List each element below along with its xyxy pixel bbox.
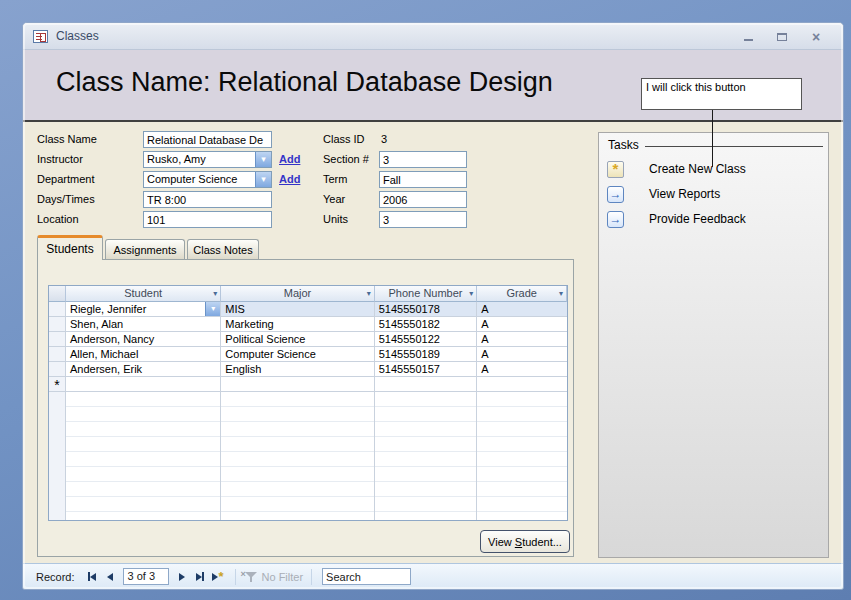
column-header-phone[interactable]: Phone Number▾	[375, 286, 478, 302]
new-record-row: *	[49, 377, 567, 392]
grade-cell[interactable]: A	[477, 317, 567, 332]
row-selector[interactable]	[49, 362, 66, 377]
major-cell[interactable]: Political Science	[221, 332, 374, 347]
annotation-note: I will click this button	[641, 78, 802, 110]
task-label: View Reports	[649, 187, 720, 201]
provide-feedback-button[interactable]: → Provide Feedback	[607, 209, 822, 229]
term-label: Term	[323, 171, 347, 188]
sort-dropdown-icon[interactable]: ▾	[213, 286, 217, 301]
annotation-pointer-line	[712, 110, 713, 167]
section-input[interactable]	[379, 151, 467, 168]
next-record-button[interactable]	[173, 568, 191, 586]
record-count-box[interactable]: 3 of 3	[123, 568, 169, 585]
grade-cell[interactable]: A	[477, 332, 567, 347]
sort-dropdown-icon[interactable]: ▾	[469, 286, 473, 301]
page-title: Class Name: Relational Database Design	[56, 67, 553, 98]
task-label: Provide Feedback	[649, 212, 746, 226]
sort-dropdown-icon[interactable]: ▾	[367, 286, 371, 301]
department-combobox[interactable]: Computer Science ▾	[143, 171, 272, 188]
phone-cell-empty[interactable]	[375, 377, 478, 392]
tab-class-notes[interactable]: Class Notes	[187, 239, 259, 260]
department-dropdown-icon[interactable]: ▾	[255, 172, 271, 187]
sort-dropdown-icon[interactable]: ▾	[559, 286, 563, 301]
term-input[interactable]	[379, 171, 467, 188]
days-times-input[interactable]	[143, 191, 272, 208]
major-cell[interactable]: English	[221, 362, 374, 377]
column-header-student[interactable]: Student▾	[66, 286, 221, 302]
instructor-combobox[interactable]: Rusko, Amy ▾	[143, 151, 272, 168]
create-new-class-button[interactable]: * Create New Class	[607, 159, 822, 179]
units-label: Units	[323, 211, 348, 228]
row-selector[interactable]	[49, 347, 66, 362]
add-department-link[interactable]: Add	[279, 171, 300, 188]
separator	[311, 569, 312, 585]
table-row: Anderson, Nancy Political Science 514555…	[49, 332, 567, 347]
student-cell[interactable]: Andersen, Erik	[66, 362, 221, 377]
major-cell[interactable]: Marketing	[221, 317, 374, 332]
table-row: Shen, Alan Marketing 5145550182 A	[49, 317, 567, 332]
new-class-icon[interactable]: *	[607, 161, 624, 178]
students-datasheet: Student▾ Major▾ Phone Number▾ Grade▾ Rie…	[48, 285, 568, 521]
search-input[interactable]	[322, 568, 411, 585]
units-input[interactable]	[379, 211, 467, 228]
new-record-marker[interactable]: *	[49, 377, 66, 392]
phone-cell[interactable]: 5145550189	[375, 347, 478, 362]
instructor-dropdown-icon[interactable]: ▾	[255, 152, 271, 167]
tasks-panel: Tasks * Create New Class → View Reports …	[598, 132, 829, 558]
last-record-button[interactable]	[191, 568, 209, 586]
column-header-grade[interactable]: Grade▾	[477, 286, 567, 302]
class-id-value: 3	[381, 131, 387, 148]
row-selector[interactable]	[49, 332, 66, 347]
new-record-star-icon: *	[219, 573, 224, 581]
table-row: Allen, Michael Computer Science 51455501…	[49, 347, 567, 362]
no-filter-button[interactable]: × No Filter	[244, 570, 304, 583]
grade-cell[interactable]: A	[477, 362, 567, 377]
student-cell[interactable]: Anderson, Nancy	[66, 332, 221, 347]
phone-cell[interactable]: 5145550157	[375, 362, 478, 377]
close-button[interactable]: ×	[807, 28, 825, 46]
add-instructor-link[interactable]: Add	[279, 151, 300, 168]
phone-cell[interactable]: 5145550182	[375, 317, 478, 332]
go-arrow-icon[interactable]: →	[607, 211, 624, 228]
phone-cell[interactable]: 5145550122	[375, 332, 478, 347]
student-cell-empty[interactable]	[66, 377, 221, 392]
student-cell[interactable]: Shen, Alan	[66, 317, 221, 332]
major-cell-empty[interactable]	[221, 377, 374, 392]
student-cell[interactable]: Allen, Michael	[66, 347, 221, 362]
student-dropdown-icon[interactable]: ▾	[205, 302, 220, 316]
tab-students[interactable]: Students	[37, 235, 103, 260]
previous-record-button[interactable]	[101, 568, 119, 586]
row-selector[interactable]	[49, 317, 66, 332]
student-cell-combo[interactable]: Riegle, Jennifer▾	[66, 302, 221, 317]
restore-icon	[777, 33, 787, 41]
row-selector[interactable]	[49, 302, 66, 317]
minimize-button[interactable]	[739, 28, 757, 46]
grade-cell[interactable]: A	[477, 347, 567, 362]
year-input[interactable]	[379, 191, 467, 208]
class-id-label: Class ID	[323, 131, 365, 148]
task-label: Create New Class	[649, 162, 746, 176]
access-form-icon	[33, 30, 48, 43]
grade-cell-empty[interactable]	[477, 377, 567, 392]
column-header-major[interactable]: Major▾	[221, 286, 374, 302]
location-input[interactable]	[143, 211, 272, 228]
new-record-button[interactable]: *	[209, 568, 227, 586]
view-student-button[interactable]: View Student...	[480, 530, 570, 553]
go-arrow-icon[interactable]: →	[607, 186, 624, 203]
filter-icon: ×	[244, 570, 258, 583]
class-name-input[interactable]	[143, 131, 272, 148]
first-record-button[interactable]	[83, 568, 101, 586]
view-reports-button[interactable]: → View Reports	[607, 184, 822, 204]
table-row: Andersen, Erik English 5145550157 A	[49, 362, 567, 377]
restore-button[interactable]	[773, 28, 791, 46]
close-icon: ×	[812, 30, 820, 44]
class-name-label: Class Name	[37, 131, 97, 148]
tab-assignments[interactable]: Assignments	[105, 239, 185, 260]
datasheet-empty-area	[49, 392, 567, 521]
grade-cell[interactable]: A	[477, 302, 567, 317]
phone-cell[interactable]: 5145550178	[375, 302, 478, 317]
major-cell[interactable]: Computer Science	[221, 347, 374, 362]
section-label: Section #	[323, 151, 369, 168]
select-all-cell[interactable]	[49, 286, 66, 302]
major-cell[interactable]: MIS	[221, 302, 374, 317]
